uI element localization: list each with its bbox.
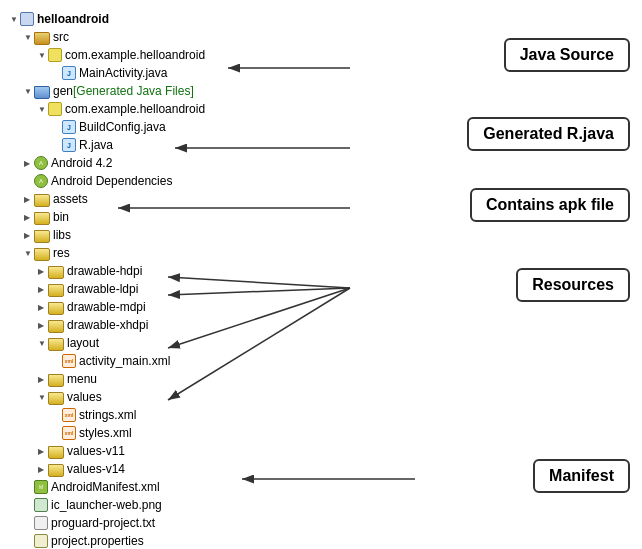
folder-drawable-icon — [48, 302, 64, 315]
tree-item-styles-xml[interactable]: xmlstyles.xml — [10, 424, 340, 442]
manifest-icon: M — [34, 480, 48, 494]
tree-item-drawable-hdpi[interactable]: ▶drawable-hdpi — [10, 262, 340, 280]
tree-item-com-src[interactable]: ▼com.example.helloandroid — [10, 46, 340, 64]
tree-arrow[interactable]: ▶ — [24, 195, 34, 204]
props-icon — [34, 534, 48, 548]
callout-generated-rjava: Generated R.java — [467, 117, 630, 151]
tree-item-drawable-ldpi[interactable]: ▶drawable-ldpi — [10, 280, 340, 298]
tree-item-values-v11[interactable]: ▶values-v11 — [10, 442, 340, 460]
tree-label: menu — [67, 372, 97, 386]
tree-label: R.java — [79, 138, 113, 152]
tree-arrow[interactable]: ▶ — [38, 303, 48, 312]
tree-arrow[interactable]: ▶ — [24, 159, 34, 168]
tree-label: res — [53, 246, 70, 260]
tree-item-src[interactable]: ▼src — [10, 28, 340, 46]
tree-label: Android Dependencies — [51, 174, 172, 188]
tree-arrow[interactable]: ▶ — [38, 321, 48, 330]
tree-item-mainactivity[interactable]: JMainActivity.java — [10, 64, 340, 82]
tree-label: assets — [53, 192, 88, 206]
tree-item-project-props[interactable]: project.properties — [10, 532, 340, 549]
folder-plain-icon — [48, 464, 64, 477]
tree-arrow[interactable]: ▼ — [24, 249, 34, 258]
tree-arrow[interactable]: ▶ — [38, 285, 48, 294]
tree-label-suffix: [Generated Java Files] — [73, 84, 194, 98]
tree-label: drawable-xhdpi — [67, 318, 148, 332]
tree-item-com-gen[interactable]: ▼com.example.helloandroid — [10, 100, 340, 118]
tree-item-assets[interactable]: ▶assets — [10, 190, 340, 208]
tree-item-ic-launcher[interactable]: ic_launcher-web.png — [10, 496, 340, 514]
tree-arrow[interactable]: ▼ — [38, 51, 48, 60]
android-icon: A — [34, 174, 48, 188]
tree-arrow[interactable]: ▼ — [38, 393, 48, 402]
tree-item-res[interactable]: ▼res — [10, 244, 340, 262]
tree-item-buildconfig[interactable]: JBuildConfig.java — [10, 118, 340, 136]
pkg-icon — [48, 48, 62, 62]
tree-label: src — [53, 30, 69, 44]
tree-arrow[interactable]: ▼ — [38, 339, 48, 348]
pkg-icon — [48, 102, 62, 116]
tree-item-layout[interactable]: ▼layout — [10, 334, 340, 352]
tree-arrow[interactable]: ▶ — [38, 375, 48, 384]
java-icon: J — [62, 120, 76, 134]
tree-label: com.example.helloandroid — [65, 48, 205, 62]
txt-icon — [34, 516, 48, 530]
tree-label: helloandroid — [37, 12, 109, 26]
folder-plain-icon — [48, 446, 64, 459]
folder-plain-icon — [48, 374, 64, 387]
tree-item-androidmanifest[interactable]: MAndroidManifest.xml — [10, 478, 340, 496]
folder-plain-icon — [34, 230, 50, 243]
tree-item-helloandroid[interactable]: ▼helloandroid — [10, 10, 340, 28]
tree-label: proguard-project.txt — [51, 516, 155, 530]
tree-label: gen — [53, 84, 73, 98]
project-icon — [20, 12, 34, 26]
tree-label: MainActivity.java — [79, 66, 167, 80]
tree-item-activity-main[interactable]: xmlactivity_main.xml — [10, 352, 340, 370]
xml-icon: xml — [62, 426, 76, 440]
callout-contains-apk: Contains apk file — [470, 188, 630, 222]
tree-label: bin — [53, 210, 69, 224]
tree-arrow[interactable]: ▶ — [38, 267, 48, 276]
tree-panel: ▼helloandroid▼src▼com.example.helloandro… — [0, 0, 340, 549]
tree-label: BuildConfig.java — [79, 120, 166, 134]
tree-label: drawable-mdpi — [67, 300, 146, 314]
java-icon: J — [62, 66, 76, 80]
tree-item-androiddeps[interactable]: AAndroid Dependencies — [10, 172, 340, 190]
tree-arrow[interactable]: ▼ — [24, 87, 34, 96]
tree-label: values-v11 — [67, 444, 125, 458]
tree-label: layout — [67, 336, 99, 350]
image-icon — [34, 498, 48, 512]
callout-java-source: Java Source — [504, 38, 630, 72]
tree-item-strings-xml[interactable]: xmlstrings.xml — [10, 406, 340, 424]
tree-item-drawable-xhdpi[interactable]: ▶drawable-xhdpi — [10, 316, 340, 334]
tree-label: values — [67, 390, 102, 404]
tree-item-android42[interactable]: ▶AAndroid 4.2 — [10, 154, 340, 172]
tree-arrow[interactable]: ▶ — [24, 231, 34, 240]
tree-item-bin[interactable]: ▶bin — [10, 208, 340, 226]
tree-item-libs[interactable]: ▶libs — [10, 226, 340, 244]
tree-item-values[interactable]: ▼values — [10, 388, 340, 406]
tree-label: values-v14 — [67, 462, 125, 476]
tree-arrow[interactable]: ▼ — [38, 105, 48, 114]
folder-plain-icon — [34, 248, 50, 261]
tree-arrow[interactable]: ▼ — [10, 15, 20, 24]
tree-label: ic_launcher-web.png — [51, 498, 162, 512]
tree-item-gen[interactable]: ▼gen [Generated Java Files] — [10, 82, 340, 100]
folder-drawable-icon — [48, 284, 64, 297]
tree-label: strings.xml — [79, 408, 136, 422]
tree-arrow[interactable]: ▶ — [38, 465, 48, 474]
folder-drawable-icon — [48, 266, 64, 279]
tree-item-r-java[interactable]: JR.java — [10, 136, 340, 154]
tree-arrow[interactable]: ▶ — [24, 213, 34, 222]
folder-plain-icon — [34, 194, 50, 207]
tree-item-values-v14[interactable]: ▶values-v14 — [10, 460, 340, 478]
tree-arrow[interactable]: ▼ — [24, 33, 34, 42]
tree-label: libs — [53, 228, 71, 242]
android-icon: A — [34, 156, 48, 170]
tree-item-menu[interactable]: ▶menu — [10, 370, 340, 388]
tree-arrow[interactable]: ▶ — [38, 447, 48, 456]
tree-item-proguard[interactable]: proguard-project.txt — [10, 514, 340, 532]
tree-label: drawable-hdpi — [67, 264, 142, 278]
tree-label: project.properties — [51, 534, 144, 548]
tree-item-drawable-mdpi[interactable]: ▶drawable-mdpi — [10, 298, 340, 316]
folder-src-icon — [34, 32, 50, 45]
